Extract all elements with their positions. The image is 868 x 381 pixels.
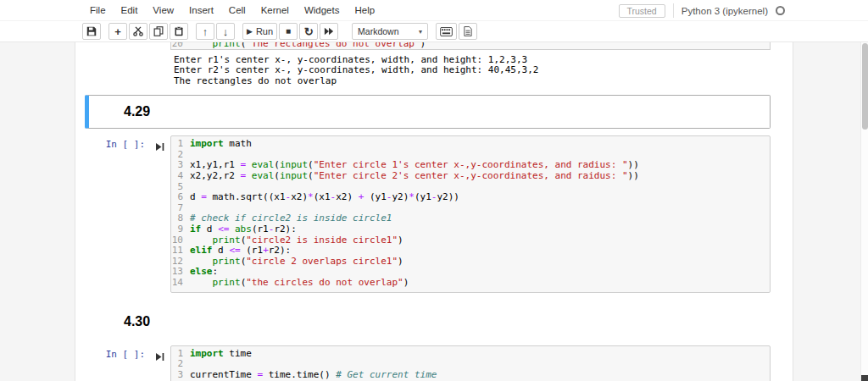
section-heading-430: 4.30	[124, 314, 770, 329]
cut-cells-button[interactable]	[129, 23, 147, 40]
notebook-scroll-area[interactable]: 20 print("The rectangles do not overlap"…	[0, 42, 868, 381]
scrollbar[interactable]	[860, 42, 868, 381]
code-editor[interactable]: 1import math23x1,y1,r1 = eval(input("Ent…	[170, 135, 771, 292]
divider	[673, 3, 674, 18]
document-tool-button[interactable]	[459, 23, 477, 40]
trusted-badge[interactable]: Trusted	[619, 4, 665, 18]
refresh-icon: ↻	[304, 26, 314, 37]
scrollbar-corner	[861, 375, 868, 381]
fast-forward-icon	[324, 27, 334, 36]
scissors-icon	[133, 26, 143, 36]
add-cell-button[interactable]: +	[108, 23, 127, 40]
run-cell-icon[interactable]	[155, 350, 164, 365]
section-heading-429: 4.29	[124, 104, 770, 119]
copy-icon	[153, 26, 164, 36]
chevron-down-icon: ▾	[419, 28, 422, 36]
markdown-cell-429[interactable]: 4.29	[85, 95, 771, 129]
document-icon	[464, 26, 472, 36]
menu-cell[interactable]: Cell	[221, 5, 253, 15]
menu-insert[interactable]: Insert	[181, 5, 221, 15]
restart-kernel-button[interactable]: ↻	[299, 23, 318, 40]
menu-edit[interactable]: Edit	[114, 5, 146, 15]
save-icon	[86, 26, 97, 36]
stop-button[interactable]: ■	[279, 23, 298, 40]
notebook-header: File Edit View Insert Cell Kernel Widget…	[0, 0, 868, 42]
paste-cells-button[interactable]	[170, 23, 188, 40]
copy-cells-button[interactable]	[149, 23, 168, 40]
stop-icon: ■	[286, 27, 291, 36]
toolbar: + ↑ ↓ ▶Run ■ ↻ Markdown▾	[0, 21, 868, 41]
keyboard-icon	[440, 27, 453, 36]
notebook-container: 20 print("The rectangles do not overlap"…	[75, 42, 793, 381]
move-cell-up-button[interactable]: ↑	[196, 23, 214, 40]
menu-bar: File Edit View Insert Cell Kernel Widget…	[0, 0, 868, 21]
run-label: Run	[256, 26, 273, 36]
move-cell-down-button[interactable]: ↓	[216, 23, 235, 40]
menu-view[interactable]: View	[145, 5, 181, 15]
cell-output-area: Enter r1's center x-, y-coordinates, wid…	[174, 55, 793, 86]
play-icon: ▶	[247, 28, 253, 36]
menu-widgets[interactable]: Widgets	[297, 5, 348, 15]
menu-right-group: Trusted Python 3 (ipykernel)	[619, 0, 786, 21]
cell-type-select[interactable]: Markdown▾	[352, 23, 428, 40]
markdown-cell-430[interactable]: 4.30	[85, 305, 771, 339]
code-cell-430: In [ ]: 1import time23currentTime = time…	[75, 345, 793, 381]
input-prompt: In [ ]:	[106, 349, 145, 360]
run-cell-icon[interactable]	[155, 140, 164, 155]
menu-kernel[interactable]: Kernel	[253, 5, 297, 15]
prompt-column: In [ ]:	[75, 345, 170, 381]
input-prompt: In [ ]:	[106, 139, 145, 150]
menu-file[interactable]: File	[82, 5, 114, 15]
code-editor[interactable]: 1import time23currentTime = time.time() …	[170, 345, 771, 381]
code-cell-429: In [ ]: 1import math23x1,y1,r1 = eval(in…	[75, 135, 793, 292]
restart-run-all-button[interactable]	[320, 23, 338, 40]
output-line: The rectangles do not overlap	[174, 76, 793, 86]
arrow-down-icon: ↓	[223, 26, 229, 37]
menu-help[interactable]: Help	[347, 5, 382, 15]
cell-type-value: Markdown	[358, 26, 398, 36]
scrollbar-thumb[interactable]	[862, 43, 868, 130]
arrow-up-icon: ↑	[203, 26, 209, 37]
save-button[interactable]	[82, 23, 101, 40]
command-palette-button[interactable]	[436, 23, 457, 40]
kernel-name: Python 3 (ipykernel)	[682, 6, 768, 16]
output-line: Enter r2's center x-, y-coordinates, wid…	[174, 65, 793, 75]
prompt-column: In [ ]:	[75, 135, 170, 292]
plus-icon: +	[114, 26, 121, 37]
clipboard-icon	[174, 26, 184, 36]
clipped-code-cell[interactable]: 20 print("The rectangles do not overlap"…	[170, 42, 771, 50]
kernel-idle-icon	[776, 6, 785, 15]
run-button[interactable]: ▶Run	[242, 23, 277, 40]
